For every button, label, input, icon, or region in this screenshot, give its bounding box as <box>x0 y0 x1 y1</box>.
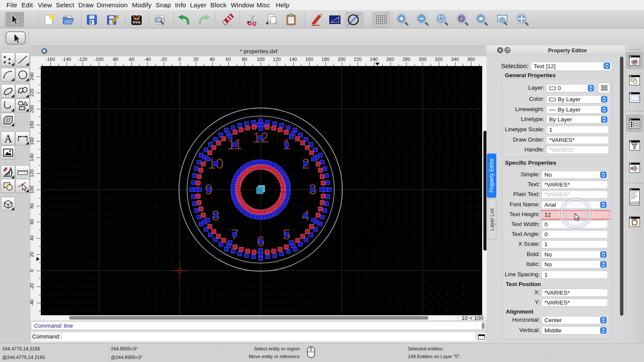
svg-text:command: command <box>630 202 639 204</box>
svg-text:SVG: SVG <box>132 20 140 24</box>
svg-text:A: A <box>4 133 12 144</box>
